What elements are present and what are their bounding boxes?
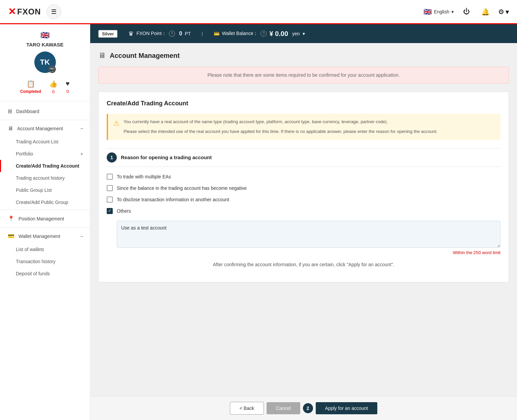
wallet-balance-section: 💳 Wallet Balance： ? ¥ 0.00 yen ▾ bbox=[214, 30, 305, 38]
hearts-count: 0 bbox=[66, 89, 69, 94]
wallet-balance-value: ¥ 0.00 bbox=[269, 30, 288, 38]
sidebar-item-public-group-list[interactable]: Public Group List bbox=[0, 184, 90, 196]
sidebar-item-transaction-history[interactable]: Transaction history bbox=[0, 255, 90, 268]
section-title: Create/Add Trading Account bbox=[107, 100, 501, 107]
portfolio-label: Portfolio bbox=[16, 151, 33, 156]
thumbs-up-icon: 👍 bbox=[49, 80, 58, 88]
checkbox-label-4: Others bbox=[117, 208, 131, 214]
sidebar-item-deposit-of-funds[interactable]: Deposit of funds bbox=[0, 268, 90, 280]
wallet-balance-label: Wallet Balance： bbox=[222, 31, 258, 37]
monitor-icon: 🖥 bbox=[8, 126, 13, 132]
fxon-point-value: 0 bbox=[179, 31, 182, 37]
camera-icon[interactable]: 📷 bbox=[48, 66, 56, 73]
dashboard-icon: ⊞ bbox=[8, 108, 12, 114]
section-card: Create/Add Trading Account ⚠ You current… bbox=[98, 92, 509, 282]
warning-text: You currently have a real account of the… bbox=[124, 118, 438, 135]
fxon-point-section: ♛ FXON Point： ? 0 PT bbox=[128, 30, 191, 37]
sidebar-item-trading-account-history[interactable]: Trading account history bbox=[0, 172, 90, 184]
reason-textarea[interactable]: Use as a test account bbox=[117, 221, 501, 248]
public-group-list-label: Public Group List bbox=[16, 187, 52, 193]
wallet-management-label: Wallet Management bbox=[19, 234, 60, 239]
checkbox-row-4: Others bbox=[107, 208, 501, 214]
main-layout: 🇬🇧 TARO KAWASE TK 📷 📋 Completed 👍 0 ♥ bbox=[0, 24, 517, 420]
sidebar-item-portfolio[interactable]: Portfolio + bbox=[0, 148, 90, 160]
checkbox-label-3: To disclose transaction information in a… bbox=[117, 197, 229, 202]
action-buttons-row: < Back Cancel 2 Apply for an account bbox=[90, 396, 517, 420]
cancel-button[interactable]: Cancel bbox=[267, 402, 300, 414]
position-management-label: Position Management bbox=[19, 216, 64, 221]
list-of-wallets-label: List of wallets bbox=[16, 247, 44, 252]
heart-icon: ♥ bbox=[66, 80, 70, 88]
warning-icon: ⚠ bbox=[113, 119, 119, 127]
word-limit-label: Within the 250 word limit bbox=[117, 250, 501, 255]
completed-label: Completed bbox=[20, 89, 41, 94]
settings-button[interactable]: ⚙ ▾ bbox=[498, 8, 509, 16]
collapse-icon: − bbox=[80, 126, 83, 131]
divider-3 bbox=[0, 227, 90, 228]
uk-flag-icon: 🇬🇧 bbox=[423, 8, 432, 16]
divider bbox=[0, 120, 90, 120]
wallet-icon: 💳 bbox=[8, 233, 14, 239]
sidebar-item-account-management[interactable]: 🖥 Account Management − bbox=[0, 121, 90, 136]
apply-button[interactable]: Apply for an account bbox=[316, 402, 378, 414]
checkbox-opt4[interactable] bbox=[107, 208, 113, 214]
fxon-point-label: FXON Point： bbox=[136, 31, 166, 37]
checkbox-label-2: Since the balance in the trading account… bbox=[117, 185, 247, 191]
sidebar-item-wallet-management[interactable]: 💳 Wallet Management − bbox=[0, 229, 90, 243]
trading-account-history-label: Trading account history bbox=[16, 175, 65, 181]
checkbox-opt3[interactable] bbox=[107, 197, 113, 203]
warning-box: ⚠ You currently have a real account of t… bbox=[107, 114, 501, 140]
gear-icon: ⚙ bbox=[498, 8, 504, 16]
separator: | bbox=[202, 31, 203, 36]
checkbox-opt1[interactable] bbox=[107, 174, 113, 180]
step1-badge: 1 bbox=[107, 152, 117, 163]
stat-hearts: ♥ 0 bbox=[66, 80, 70, 94]
alert-text: Please note that there are some items re… bbox=[207, 72, 400, 78]
page-title-row: 🖥 Account Management bbox=[98, 51, 509, 60]
deposit-of-funds-label: Deposit of funds bbox=[16, 271, 50, 276]
sidebar-item-position-management[interactable]: 📍 Position Management bbox=[0, 211, 90, 226]
sidebar-item-dashboard[interactable]: ⊞ Dashboard bbox=[0, 104, 90, 118]
wallet-currency: yen bbox=[292, 31, 300, 36]
checkbox-label-1: To trade with multiple EAs bbox=[117, 174, 171, 179]
power-button[interactable]: ⏻ bbox=[460, 6, 473, 18]
language-label: English bbox=[434, 9, 449, 14]
completed-icon: 📋 bbox=[27, 80, 35, 88]
fxon-point-help-button[interactable]: ? bbox=[169, 31, 175, 37]
wallet-collapse-icon: − bbox=[80, 234, 83, 239]
warning-line2: Please select the intended use of the re… bbox=[124, 128, 438, 135]
sidebar-item-trading-account-list[interactable]: Trading Account List bbox=[0, 136, 90, 148]
create-add-trading-account-label: Create/Add Trading Account bbox=[16, 163, 79, 169]
notifications-button[interactable]: 🔔 bbox=[479, 6, 491, 18]
top-nav: ✕ FXON ☰ 🇬🇧 English ▾ ⏻ 🔔 ⚙ ▾ bbox=[0, 0, 517, 24]
back-button[interactable]: < Back bbox=[230, 402, 264, 415]
checkbox-opt2[interactable] bbox=[107, 185, 113, 191]
stat-likes: 👍 0 bbox=[49, 80, 58, 94]
hamburger-icon: ☰ bbox=[51, 8, 57, 15]
user-flag-icon: 🇬🇧 bbox=[5, 31, 84, 40]
hamburger-button[interactable]: ☰ bbox=[46, 4, 61, 19]
bell-icon: 🔔 bbox=[481, 8, 490, 16]
confirm-text: After confirming the account information… bbox=[107, 262, 501, 267]
step1-title: Reason for opening a trading account bbox=[121, 154, 212, 160]
language-selector[interactable]: 🇬🇧 English ▾ bbox=[423, 8, 454, 16]
page-body: 🖥 Account Management Please note that th… bbox=[90, 43, 517, 396]
checkbox-row-1: To trade with multiple EAs bbox=[107, 174, 501, 180]
sidebar-item-create-add-public-group[interactable]: Create/Add Public Group bbox=[0, 196, 90, 208]
transaction-history-label: Transaction history bbox=[16, 259, 56, 264]
portfolio-expand-icon: + bbox=[80, 151, 83, 156]
wallet-balance-icon: 💳 bbox=[214, 31, 219, 36]
position-icon: 📍 bbox=[8, 215, 14, 222]
user-stats: 📋 Completed 👍 0 ♥ 0 bbox=[5, 80, 84, 94]
checkbox-list: To trade with multiple EAs Since the bal… bbox=[107, 174, 501, 214]
wallet-balance-help-button[interactable]: ? bbox=[261, 31, 267, 37]
warning-line1: You currently have a real account of the… bbox=[124, 118, 438, 126]
gear-chevron-icon: ▾ bbox=[506, 8, 509, 16]
logo: ✕ FXON bbox=[8, 6, 41, 17]
divider-2 bbox=[0, 210, 90, 210]
sidebar-item-create-add-trading-account[interactable]: Create/Add Trading Account bbox=[0, 160, 90, 172]
user-name: TARO KAWASE bbox=[5, 42, 84, 47]
sidebar-item-list-of-wallets[interactable]: List of wallets bbox=[0, 243, 90, 255]
likes-count: 0 bbox=[52, 89, 55, 94]
checkbox-row-2: Since the balance in the trading account… bbox=[107, 185, 501, 191]
